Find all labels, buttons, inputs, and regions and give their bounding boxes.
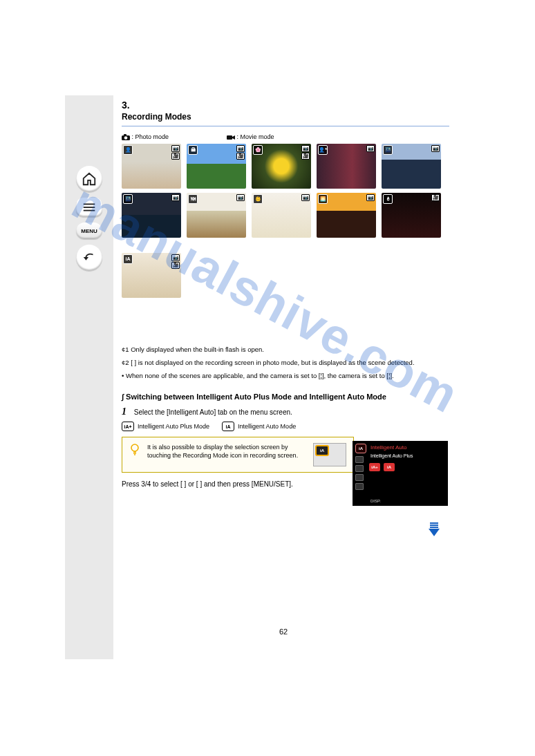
footnote-1: ¢1 Only displayed when the built-in flas…: [122, 346, 449, 355]
photo-mode-label: : Photo mode: [132, 133, 169, 140]
home-icon[interactable]: [76, 166, 102, 192]
scene-thumb-night-portrait: 👤* 📷: [317, 144, 376, 189]
scene-thumb-baby: 👶 📷: [252, 193, 311, 238]
photo-mode-icon: 📷: [236, 145, 245, 152]
scene-thumb-handheld-night: 🌃 📷: [122, 193, 181, 238]
page-number: 62: [279, 627, 288, 636]
svg-rect-0: [84, 204, 95, 205]
scene-badge-icon: 🌃: [123, 194, 133, 204]
svg-rect-9: [430, 525, 438, 526]
scene-badge-icon: 🌃: [383, 145, 393, 155]
scene-badge-icon: 🌸: [253, 145, 263, 155]
photo-mode-icon: 📷: [431, 145, 440, 152]
scene-badge-icon: 👤*: [318, 145, 328, 155]
svg-rect-8: [430, 522, 438, 524]
scene-thumb-food: 🍽 📷: [187, 193, 246, 238]
scene-badge-icon: 🌅: [318, 194, 328, 204]
svg-rect-6: [227, 135, 232, 140]
photo-mode-icon: 📷: [236, 194, 245, 201]
photo-mode-icon: 📷: [171, 145, 180, 152]
scene-badge-icon: 🕯: [383, 194, 393, 204]
mode-ia: iA Intelligent Auto Mode: [222, 422, 296, 431]
photo-mode-icon: 📷: [301, 145, 310, 152]
scene-thumb-low-light: 🕯 🎥: [382, 193, 441, 238]
scene-thumb-sunset: 🌅 📷: [317, 193, 376, 238]
camera-tab-icon: iA: [355, 444, 366, 453]
section-heading: ∫ Switching between Intelligent Auto Plu…: [122, 393, 449, 401]
step-text: Press 3/4 to select [ ] or [ ] and then …: [122, 480, 293, 488]
svg-point-5: [124, 136, 128, 140]
mode-ia-plus: iA+ Intelligent Auto Plus Mode: [122, 422, 209, 431]
tip-mini-screen: iA: [313, 443, 346, 466]
svg-rect-4: [124, 134, 126, 136]
chapter-title: Recording Modes: [122, 112, 449, 122]
ia-icon: iA: [222, 422, 234, 431]
photo-mode-icon: 📷: [366, 145, 375, 152]
tip-text: It is also possible to display the selec…: [147, 443, 306, 460]
camera-chip-ia-plus: iA+: [369, 463, 380, 471]
camera-left-tabs: [355, 456, 364, 490]
camera-chip-ia: iA: [384, 463, 395, 471]
movie-mode-icon: 🎥: [236, 153, 245, 160]
camera-icon: [122, 134, 130, 141]
camera-footer-label: DISP.: [370, 499, 381, 503]
scene-badge-icon: 👤: [123, 145, 133, 155]
mode-label: Intelligent Auto Plus Mode: [138, 423, 209, 430]
scene-thumb-scenery: 🏔 📷 🎥: [187, 144, 246, 189]
scene-thumb-macro: 🌸 📷 🎥: [252, 144, 311, 189]
photo-mode-icon: 📷: [171, 194, 180, 201]
movie-mode-icon: 🎥: [171, 153, 180, 160]
chapter-number: 3.: [122, 100, 449, 111]
back-icon[interactable]: [76, 245, 102, 271]
ia-plus-icon: iA+: [122, 422, 134, 431]
side-icon-column: MENU: [76, 166, 104, 276]
movie-icon: [227, 134, 235, 141]
camera-menu-screenshot: iA Intelligent Auto Intelligent Auto Plu…: [353, 441, 448, 506]
mode-label: Intelligent Auto Mode: [238, 423, 296, 430]
movie-mode-icon: 🎥: [431, 194, 440, 201]
movie-mode-icon: 🎥: [171, 262, 180, 269]
list-icon[interactable]: [76, 198, 102, 217]
tip-callout: It is also possible to display the selec…: [122, 437, 354, 473]
scene-badge-icon: 🏔: [188, 145, 198, 155]
svg-rect-2: [84, 210, 95, 211]
step-text: Select the [Intelligent Auto] tab on the…: [134, 408, 292, 416]
movie-mode-icon: 🎥: [301, 153, 310, 160]
scene-badge-icon: iA: [123, 254, 133, 264]
continue-arrow-icon: [426, 521, 442, 539]
tip-highlight-badge: iA: [315, 445, 329, 456]
scene-thumb-portrait: 👤 📷 🎥: [122, 144, 181, 189]
mode-legend: : Photo mode : Movie mode: [122, 133, 449, 141]
svg-point-7: [131, 444, 138, 451]
footnote-2: ¢2 [ ] is not displayed on the recording…: [122, 359, 449, 368]
svg-rect-1: [84, 207, 95, 208]
camera-menu-title: Intelligent Auto: [370, 444, 406, 451]
step-1: 1 Select the [Intelligent Auto] tab on t…: [122, 405, 449, 419]
movie-mode-label: : Movie mode: [237, 133, 274, 140]
scene-detection-grid: 👤 📷 🎥 🏔 📷 🎥 🌸 📷 🎥: [122, 144, 449, 298]
scene-thumb-night-scenery: 🌃 📷: [382, 144, 441, 189]
photo-mode-icon: 📷: [301, 194, 310, 201]
photo-mode-icon: 📷: [366, 194, 375, 201]
photo-mode-icon: 📷: [171, 254, 180, 261]
lightbulb-icon: [129, 443, 140, 458]
scene-badge-icon: 👶: [253, 194, 263, 204]
camera-menu-subtitle: Intelligent Auto Plus: [370, 453, 413, 458]
menu-button[interactable]: MENU: [76, 223, 102, 239]
scene-badge-icon: 🍽: [188, 194, 198, 204]
scene-thumb-standard: iA 📷 🎥: [122, 253, 181, 298]
heading-rule: [122, 126, 449, 126]
svg-rect-10: [430, 527, 438, 528]
step-number: 1: [122, 406, 126, 417]
body-paragraph: • When none of the scenes are applicable…: [122, 372, 449, 381]
mode-selection-row: iA+ Intelligent Auto Plus Mode iA Intell…: [122, 422, 449, 431]
